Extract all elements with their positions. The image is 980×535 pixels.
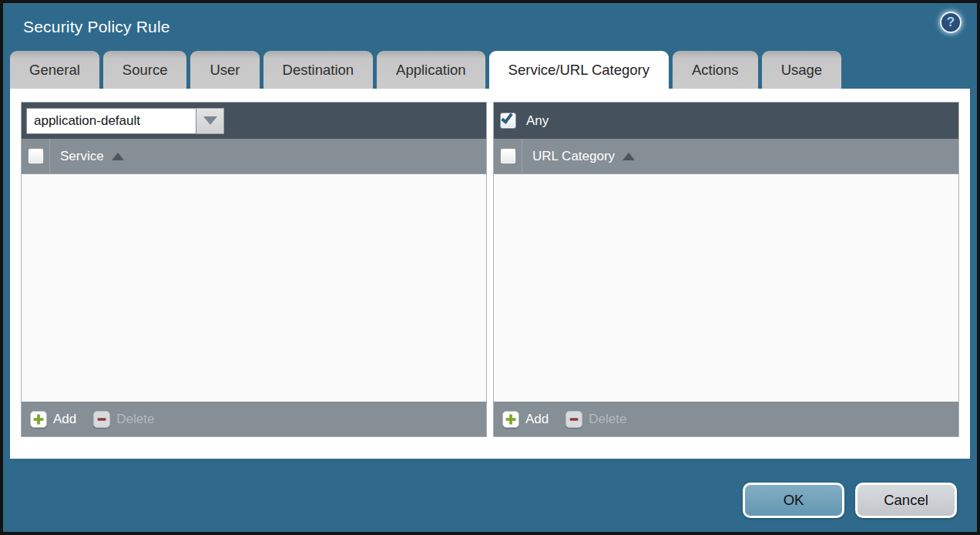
url-category-select-all-cell [494, 139, 522, 173]
any-checkbox-label: Any [526, 113, 549, 129]
add-label: Add [525, 412, 549, 427]
url-category-toolbar: Any [494, 103, 958, 139]
add-plus-icon [30, 411, 47, 428]
tab-application[interactable]: Application [377, 51, 485, 89]
service-column-label: Service [60, 149, 104, 164]
tab-service-url-category[interactable]: Service/URL Category [489, 51, 669, 89]
checkmark-icon [501, 111, 513, 124]
url-category-column-header-row: URL Category [494, 139, 958, 174]
tab-content-panel: Service Add [10, 89, 970, 459]
service-list-body [22, 174, 486, 402]
security-policy-rule-dialog: Security Policy Rule ? General Source Us… [0, 0, 980, 535]
any-checkbox[interactable] [500, 113, 516, 129]
service-add-button[interactable]: Add [30, 411, 76, 428]
service-column-header-row: Service [22, 139, 486, 174]
ok-button[interactable]: OK [743, 483, 844, 518]
tab-destination[interactable]: Destination [263, 51, 374, 89]
dialog-action-buttons: OK Cancel [743, 483, 957, 518]
service-column-header[interactable]: Service [50, 139, 124, 173]
delete-minus-icon [93, 411, 110, 428]
service-panel: Service Add [21, 102, 487, 437]
service-footer-bar: Add Delete [22, 402, 486, 436]
sort-ascending-icon [623, 153, 635, 160]
url-category-footer-bar: Add Delete [494, 402, 958, 436]
tab-source[interactable]: Source [103, 51, 187, 89]
triangle-down-icon [203, 116, 217, 125]
url-category-panel: Any URL Category [493, 102, 959, 437]
service-toolbar [22, 103, 486, 139]
url-category-select-all-checkbox[interactable] [500, 148, 516, 164]
url-category-column-label: URL Category [532, 149, 615, 164]
title-bar: Security Policy Rule ? [3, 3, 977, 51]
url-category-column-header[interactable]: URL Category [522, 139, 635, 173]
cancel-button[interactable]: Cancel [855, 483, 957, 518]
service-type-input[interactable] [26, 108, 196, 134]
service-select-all-checkbox[interactable] [28, 148, 44, 164]
url-category-add-button[interactable]: Add [502, 411, 549, 428]
panels-container: Service Add [21, 102, 959, 437]
delete-minus-icon [566, 411, 582, 428]
dialog-title: Security Policy Rule [23, 18, 170, 36]
delete-label: Delete [116, 412, 154, 427]
service-type-dropdown [26, 108, 224, 134]
delete-label: Delete [589, 412, 626, 427]
add-label: Add [53, 412, 76, 427]
tab-user[interactable]: User [190, 51, 259, 89]
service-type-dropdown-button[interactable] [196, 108, 224, 134]
url-category-list-body [494, 174, 958, 402]
tab-usage[interactable]: Usage [762, 51, 841, 89]
service-select-all-cell [22, 139, 50, 173]
add-plus-icon [502, 411, 519, 428]
tab-strip: General Source User Destination Applicat… [10, 51, 841, 89]
sort-ascending-icon [112, 153, 124, 160]
service-delete-button[interactable]: Delete [93, 411, 154, 428]
tab-actions[interactable]: Actions [673, 51, 758, 89]
help-icon[interactable]: ? [940, 12, 962, 33]
url-category-delete-button[interactable]: Delete [566, 411, 626, 428]
tab-general[interactable]: General [10, 51, 99, 89]
